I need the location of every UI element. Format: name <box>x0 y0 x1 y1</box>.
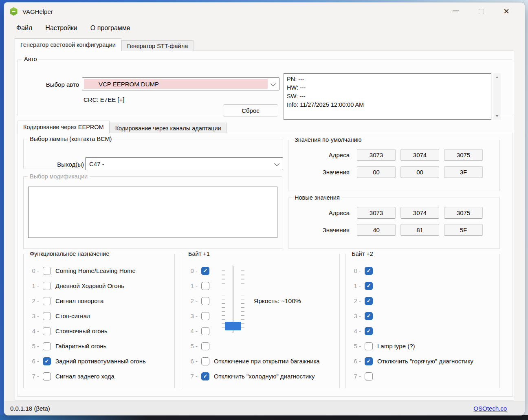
value-cell-button[interactable]: 5F <box>444 224 483 236</box>
value-cell-button[interactable]: 3074 <box>400 207 439 219</box>
checkbox-unchecked[interactable] <box>201 282 209 290</box>
close-button[interactable]: ✕ <box>494 4 519 18</box>
value-cell-button[interactable]: 3075 <box>444 207 483 219</box>
bit-index-label: 4 - <box>350 328 361 334</box>
menu-item-about[interactable]: О программе <box>87 23 134 33</box>
values-row-label: Значения <box>288 169 350 176</box>
checkbox-checked[interactable]: ✓ <box>365 297 373 305</box>
crc-label: CRC: E7EE [+] <box>84 96 124 103</box>
byte2-group-label: Байт +2 <box>350 251 375 257</box>
brightness-slider[interactable] <box>222 266 244 336</box>
checkbox-unchecked[interactable] <box>365 372 373 380</box>
check-row: 3 - <box>186 308 320 323</box>
window-controls: — ✕ <box>443 4 519 19</box>
tab-light-config-generator[interactable]: Генератор световой конфигурации <box>15 38 121 51</box>
checkbox-checked[interactable]: ✓ <box>365 312 373 320</box>
new-value-cells: 40815F <box>357 224 483 236</box>
lamp-select-groupbox: Выбор лампы (контакта BCM) Выход(ы) C47 … <box>23 139 282 169</box>
checkbox-label: Отключение при открытии багажника <box>214 358 320 365</box>
osotech-link[interactable]: OSOtech.co <box>473 405 507 412</box>
byte2-checklist: 0 -✓1 -✓2 -✓3 -✓4 -✓5 -Lamp type (?)6 -✓… <box>350 263 473 384</box>
checkbox-unchecked[interactable] <box>201 327 209 335</box>
menu-bar: Файл Настройки О программе <box>4 20 525 36</box>
checkbox-checked[interactable]: ✓ <box>365 267 373 275</box>
bit-index-label: 2 - <box>186 297 198 304</box>
checkbox-label: Стоп-сигнал <box>55 312 90 319</box>
check-row: 5 -Габаритный огонь <box>28 339 146 354</box>
checkbox-unchecked[interactable] <box>43 342 51 350</box>
tab-coding-adaptation[interactable]: Кодирование через каналы адаптации <box>110 123 227 133</box>
checkbox-unchecked[interactable] <box>43 372 51 380</box>
modification-listbox[interactable] <box>28 187 277 238</box>
checkbox-unchecked[interactable] <box>365 342 373 350</box>
checkbox-checked[interactable]: ✓ <box>365 327 373 335</box>
value-cell-button[interactable]: 3073 <box>357 207 396 219</box>
value-cell-button[interactable]: 81 <box>400 224 439 236</box>
value-cell-button[interactable]: 00 <box>400 166 439 178</box>
value-cell-button[interactable]: 3073 <box>357 149 396 161</box>
new-address-cells: 307330743075 <box>357 207 483 219</box>
minimize-button[interactable]: — <box>443 4 469 18</box>
checkbox-label: Lamp type (?) <box>377 343 415 350</box>
checkbox-unchecked[interactable] <box>43 312 51 320</box>
checkbox-unchecked[interactable] <box>43 267 51 275</box>
checkbox-unchecked[interactable] <box>201 297 209 305</box>
checkbox-unchecked[interactable] <box>201 357 209 365</box>
value-cell-button[interactable]: 3075 <box>444 149 483 161</box>
menu-item-file[interactable]: Файл <box>13 23 36 33</box>
lamp-group-label: Выбор лампы (контакта BCM) <box>28 136 114 142</box>
value-cell-button[interactable]: 40 <box>357 224 396 236</box>
maximize-button[interactable] <box>469 4 494 18</box>
checkbox-label: Отключить "холодную" диагностику <box>214 373 315 380</box>
title-bar[interactable]: VAGHelper — ✕ <box>4 2 525 20</box>
output-label: Выход(ы) <box>46 161 84 168</box>
car-select-value: VCP EEPROM DUMP <box>82 78 268 90</box>
modification-group-label: Выбор модификации <box>28 173 90 180</box>
output-combobox[interactable]: C47 - <box>85 157 283 170</box>
modification-groupbox: Выбор модификации <box>23 176 282 249</box>
car-select-combobox[interactable]: VCP EEPROM DUMP <box>82 77 279 90</box>
value-cell-button[interactable]: 3F <box>444 166 483 178</box>
default-address-cells: 307330743075 <box>357 149 483 161</box>
checkbox-unchecked[interactable] <box>201 342 209 350</box>
checkbox-label: Сигнал поворота <box>55 297 103 304</box>
info-scrollbar[interactable]: ▲ ▼ <box>493 73 501 120</box>
checkbox-unchecked[interactable] <box>43 282 51 290</box>
byte-plus1-groupbox: Байт +1 0 -✓1 -2 -3 -4 -5 -6 -Отключение… <box>182 254 340 388</box>
byte1-group-label: Байт +1 <box>186 251 212 257</box>
auto-groupbox: Авто Выбор авто VCP EEPROM DUMP CRC: E7E… <box>18 59 512 116</box>
address-row-label: Адреса <box>288 152 350 158</box>
default-values-group-label: Значения по-умолчанию <box>293 136 363 143</box>
checkbox-checked[interactable]: ✓ <box>365 282 373 290</box>
check-row: 7 -✓Отключить "холодную" диагностику <box>186 369 320 384</box>
auto-group-label: Авто <box>22 56 39 62</box>
checkbox-unchecked[interactable] <box>43 327 51 335</box>
check-row: 6 -✓Задний противотуманный огонь <box>28 354 146 369</box>
reset-button[interactable]: Сброс <box>223 104 278 117</box>
slider-handle[interactable] <box>225 322 241 330</box>
checkbox-checked[interactable]: ✓ <box>201 267 209 275</box>
menu-item-settings[interactable]: Настройки <box>42 23 81 33</box>
tab-coding-eeprom[interactable]: Кодирование через EEPROM <box>18 121 110 133</box>
bit-index-label: 1 - <box>186 282 198 289</box>
checkbox-checked[interactable]: ✓ <box>201 372 209 380</box>
checkbox-checked[interactable]: ✓ <box>43 357 51 365</box>
check-row: 4 -Стояночный огонь <box>28 323 146 339</box>
checkbox-unchecked[interactable] <box>201 312 209 320</box>
value-cell-button[interactable]: 00 <box>357 166 396 178</box>
check-row: 7 - <box>350 369 473 384</box>
check-row: 5 - <box>186 339 320 354</box>
bit-index-label: 3 - <box>350 312 361 319</box>
tab-stt-file-generator[interactable]: Генератор STT-файла <box>121 40 194 51</box>
functional-checklist: 0 -Coming Home/Leaving Home1 -Дневной Хо… <box>28 263 146 384</box>
status-bar: 0.0.1.18 (βeta) OSOtech.co <box>4 401 525 415</box>
default-values-groupbox: Значения по-умолчанию Адреса 30733074307… <box>288 140 500 191</box>
scroll-up-icon[interactable]: ▲ <box>495 73 499 81</box>
byte-plus2-groupbox: Байт +2 0 -✓1 -✓2 -✓3 -✓4 -✓5 -Lamp type… <box>345 254 500 388</box>
checkbox-label: Габаритный огонь <box>55 343 106 350</box>
checkbox-checked[interactable]: ✓ <box>365 357 373 365</box>
checkbox-unchecked[interactable] <box>43 297 51 305</box>
value-cell-button[interactable]: 3074 <box>400 149 439 161</box>
scroll-down-icon[interactable]: ▼ <box>495 112 499 120</box>
bit-index-label: 1 - <box>28 282 39 289</box>
